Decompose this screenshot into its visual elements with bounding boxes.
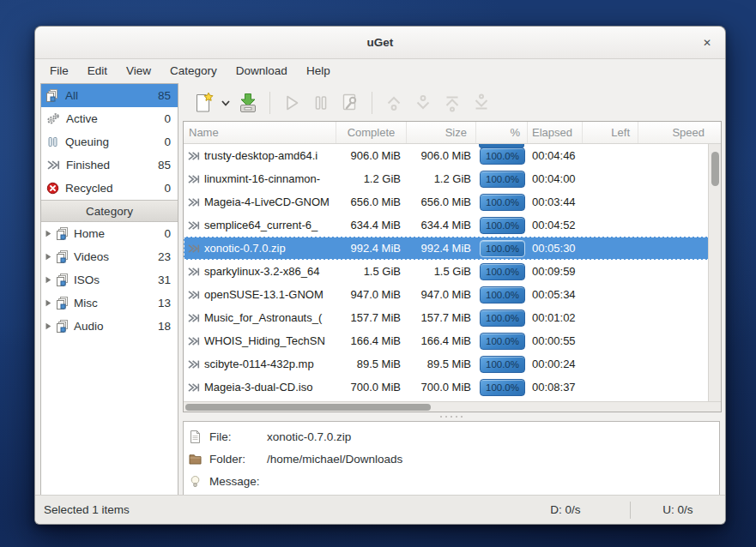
table-row[interactable]: semplice64_current-6_634.4 MiB634.4 MiB1… <box>184 213 710 237</box>
cell-percent: 100.0% <box>476 356 528 373</box>
category-icon <box>57 227 70 240</box>
menu-help[interactable]: Help <box>297 60 340 83</box>
category-icon <box>57 297 70 310</box>
batch-download-button[interactable] <box>234 88 262 117</box>
table-row[interactable]: WHOIS_Hiding_TechSN166.4 MiB166.4 MiB100… <box>184 329 710 352</box>
cell-percent: 100.0% <box>476 194 528 211</box>
vertical-scrollbar-thumb[interactable] <box>711 152 719 186</box>
properties-button <box>336 88 364 117</box>
category-list: Home0Videos23ISOs31Misc13Audio18 <box>41 222 178 338</box>
sidebar-category-home[interactable]: Home0 <box>41 222 178 245</box>
cell-name: sparkylinux-3.2-x86_64 <box>184 265 336 278</box>
table-row[interactable]: Music_for_Astronauts_(157.7 MiB157.7 MiB… <box>184 306 710 329</box>
column-header-speed[interactable]: Speed <box>638 122 710 143</box>
table-body: trusty-desktop-amd64.i906.0 MiB906.0 MiB… <box>184 144 710 403</box>
cell-size: 700.0 MiB <box>407 381 476 394</box>
file-icon <box>189 430 202 443</box>
progress-bar: 100.0% <box>480 240 525 257</box>
finished-state-icon <box>187 358 200 370</box>
cell-size: 906.0 MiB <box>407 149 476 162</box>
sidebar-item-all[interactable]: All85 <box>41 84 178 107</box>
cell-percent: 100.0% <box>476 286 528 304</box>
sidebar-item-finished[interactable]: Finished85 <box>41 153 178 177</box>
resume-button <box>278 88 305 117</box>
vertical-scrollbar[interactable] <box>708 144 721 401</box>
sidebar-item-recycled[interactable]: Recycled0 <box>41 177 178 200</box>
table-row[interactable]: Mageia-4-LiveCD-GNOM656.0 MiB656.0 MiB10… <box>184 190 710 213</box>
sidebar-category-videos[interactable]: Videos23 <box>41 245 178 268</box>
column-header-percent[interactable]: % <box>476 122 528 143</box>
expander-icon <box>45 299 52 307</box>
table-row[interactable]: sparkylinux-3.2-x86_641.5 GiB1.5 GiB100.… <box>184 260 710 283</box>
menu-file[interactable]: File <box>40 60 78 83</box>
menubar: FileEditViewCategoryDownloadHelp <box>37 60 340 83</box>
download-name: scibyte-0114-432p.mp <box>204 358 314 370</box>
table-row[interactable]: xonotic-0.7.0.zip992.4 MiB992.4 MiB100.0… <box>184 237 710 260</box>
column-header-name[interactable]: Name <box>184 122 336 143</box>
download-name: openSUSE-13.1-GNOM <box>204 288 324 301</box>
move-down-icon <box>412 92 434 114</box>
finished-icon <box>46 159 60 171</box>
details-row-message: Message: <box>189 470 719 492</box>
menu-download[interactable]: Download <box>227 60 297 83</box>
cell-elapsed: 00:04:46 <box>528 149 583 162</box>
cell-percent: 100.0% <box>476 333 528 350</box>
close-button[interactable]: ✕ <box>700 27 714 59</box>
titlebar[interactable]: uGet ✕ <box>35 27 725 59</box>
details-label: Folder: <box>209 453 259 466</box>
menu-edit[interactable]: Edit <box>78 60 117 83</box>
cell-complete: 947.0 MiB <box>336 288 407 301</box>
downloads-table: NameCompleteSize%ElapsedLeftSpeed trusty… <box>183 121 722 412</box>
cell-elapsed: 00:05:30 <box>528 242 583 255</box>
selection-status: Selected 1 items <box>35 503 501 516</box>
table-row[interactable]: Mageia-3-dual-CD.iso700.0 MiB700.0 MiB10… <box>184 376 710 399</box>
recycled-icon <box>46 182 59 195</box>
cell-elapsed: 00:05:34 <box>528 288 583 301</box>
move-bottom-icon <box>470 92 493 114</box>
sidebar-item-active[interactable]: Active0 <box>41 107 178 130</box>
category-count: 31 <box>158 274 171 286</box>
sidebar-category-audio[interactable]: Audio18 <box>41 315 178 338</box>
cell-size: 656.0 MiB <box>407 195 476 208</box>
expander-icon <box>45 276 52 284</box>
sidebar-item-label: Queuing <box>65 135 109 148</box>
sidebar-category-isos[interactable]: ISOs31 <box>41 268 178 292</box>
table-row[interactable]: scibyte-0114-432p.mp89.5 MiB89.5 MiB100.… <box>184 352 710 376</box>
column-header-size[interactable]: Size <box>407 122 476 143</box>
column-header-complete[interactable]: Complete <box>336 122 407 143</box>
cell-percent: 100.0% <box>476 240 528 257</box>
cell-elapsed: 00:04:52 <box>528 219 583 231</box>
cell-name: scibyte-0114-432p.mp <box>184 358 336 370</box>
download-name: Mageia-4-LiveCD-GNOM <box>204 195 330 208</box>
batch-download-icon <box>237 92 259 114</box>
menu-view[interactable]: View <box>117 60 160 83</box>
finished-state-icon <box>187 335 200 347</box>
cell-complete: 656.0 MiB <box>336 195 407 208</box>
finished-state-icon <box>187 243 200 255</box>
menu-category[interactable]: Category <box>160 60 227 83</box>
cell-complete: 166.4 MiB <box>336 334 407 347</box>
cell-percent: 100.0% <box>476 310 528 327</box>
pane-splitter[interactable] <box>183 412 720 421</box>
column-header-elapsed[interactable]: Elapsed <box>528 122 583 143</box>
new-download-dropdown-button[interactable] <box>219 88 233 117</box>
table-row[interactable]: linuxmint-16-cinnamon-1.2 GiB1.2 GiB100.… <box>184 167 710 190</box>
cell-size: 634.4 MiB <box>407 219 476 231</box>
column-header-left[interactable]: Left <box>583 122 638 143</box>
horizontal-scrollbar-thumb[interactable] <box>185 404 431 411</box>
cell-size: 947.0 MiB <box>407 288 476 301</box>
table-row[interactable]: trusty-desktop-amd64.i906.0 MiB906.0 MiB… <box>184 144 710 167</box>
new-download-button[interactable] <box>190 88 217 117</box>
cell-complete: 89.5 MiB <box>336 358 407 370</box>
move-top-icon <box>441 92 463 114</box>
move-top-button <box>438 88 466 117</box>
progress-bar: 100.0% <box>480 147 525 165</box>
sidebar-category-misc[interactable]: Misc13 <box>41 292 178 315</box>
table-row[interactable]: openSUSE-13.1-GNOM947.0 MiB947.0 MiB100.… <box>184 283 710 306</box>
sidebar-item-queuing[interactable]: Queuing0 <box>41 130 178 153</box>
finished-state-icon <box>187 196 200 208</box>
category-label: Misc <box>74 297 98 310</box>
properties-icon <box>339 92 361 114</box>
cell-name: openSUSE-13.1-GNOM <box>184 288 336 301</box>
horizontal-scrollbar[interactable] <box>184 401 721 412</box>
